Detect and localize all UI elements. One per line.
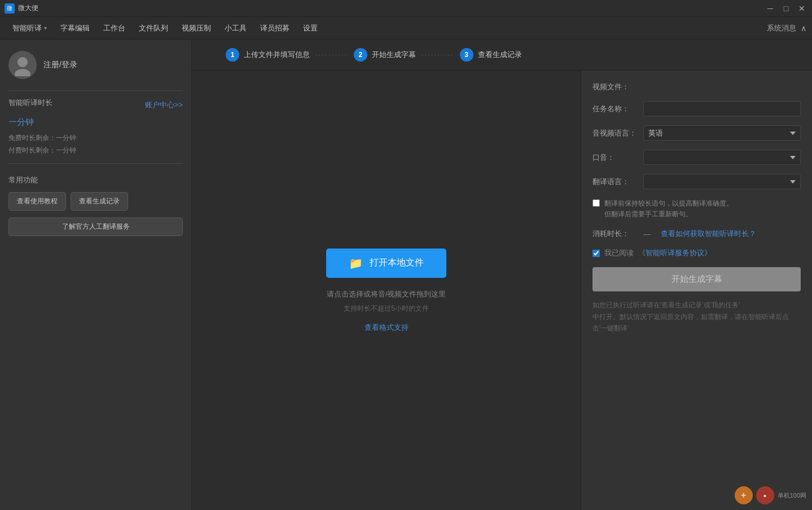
agree-checkbox[interactable]: [592, 250, 600, 257]
menu-item-workbench[interactable]: 工作台: [96, 20, 132, 37]
title-bar: 微 微大便 ─ □ ✕: [0, 0, 812, 17]
sidebar: 注册/登录 智能听译时长 账户中心>> 一分钟 免费时长剩余：一分钟 付费时长剩…: [0, 40, 192, 510]
translate-select[interactable]: [643, 174, 801, 189]
generate-button[interactable]: 开始生成字幕: [592, 267, 801, 291]
view-records-button[interactable]: 查看生成记录: [71, 192, 128, 211]
consume-row: 消耗时长： — 查看如何获取智能听译时长？: [592, 229, 801, 239]
menu-item-subtitle-edit[interactable]: 字幕编辑: [54, 20, 96, 37]
main-layout: 注册/登录 智能听译时长 账户中心>> 一分钟 免费时长剩余：一分钟 付费时长剩…: [0, 40, 812, 510]
view-tutorial-button[interactable]: 查看使用教程: [8, 192, 66, 211]
upload-hint: 请点击选择或将音/视频文件拖到这里: [327, 289, 446, 299]
sentence-checkbox-text: 翻译前保持较长语句，以提高翻译准确度。 但翻译后需要手工重新断句。: [604, 198, 733, 220]
functions-title: 常用功能: [8, 175, 183, 185]
agree-link[interactable]: 《智能听译服务协议》: [638, 248, 712, 258]
settings-panel: 视频文件： 任务名称： 音视频语言： 英语 口音：: [581, 71, 812, 510]
system-message-label: 系统消息: [767, 23, 796, 33]
app-title: 微大便: [18, 3, 38, 13]
step-dots-2: ··········: [422, 52, 454, 58]
duration-value: 一分钟: [8, 117, 183, 128]
language-row: 音视频语言： 英语: [592, 125, 801, 141]
translate-label: 翻译语言：: [592, 177, 638, 187]
main-split: 📁 打开本地文件 请点击选择或将音/视频文件拖到这里 支持时长不超过5小时的文件…: [192, 71, 812, 510]
account-center-link[interactable]: 账户中心>>: [145, 100, 183, 110]
step-1-label: 上传文件并填写信息: [244, 50, 310, 60]
paid-duration: 付费时长剩余：一分钟: [8, 145, 183, 157]
upload-area: 📁 打开本地文件 请点击选择或将音/视频文件拖到这里 支持时长不超过5小时的文件…: [192, 71, 581, 510]
functions-section: 常用功能 查看使用教程 查看生成记录 了解官方人工翻译服务: [8, 175, 183, 236]
video-file-label: 视频文件：: [592, 82, 638, 92]
menu-bar: 智能听译 ▾ 字幕编辑 工作台 文件队列 视频压制 小工具 译员招募 设置 系统…: [0, 17, 812, 40]
menu-item-video-compress[interactable]: 视频压制: [175, 20, 218, 37]
consume-link[interactable]: 查看如何获取智能听译时长？: [661, 229, 756, 239]
menu-item-settings[interactable]: 设置: [296, 20, 324, 37]
maximize-button[interactable]: □: [780, 3, 792, 14]
open-file-button[interactable]: 📁 打开本地文件: [326, 249, 446, 278]
watermark: + ● 单机100网: [735, 486, 806, 504]
step-3-label: 查看生成记录: [478, 50, 522, 60]
consume-label: 消耗时长：: [592, 229, 638, 239]
agree-row: 我已阅读 《智能听译服务协议》: [592, 248, 801, 258]
format-link[interactable]: 查看格式支持: [365, 322, 409, 333]
collapse-button[interactable]: ∧: [801, 24, 806, 33]
menu-item-file-queue[interactable]: 文件队列: [132, 20, 175, 37]
divider-1: [8, 90, 183, 91]
steps-bar: 1 上传文件并填写信息 ·········· 2 开始生成字幕 ········…: [192, 40, 812, 71]
login-text[interactable]: 注册/登录: [43, 60, 77, 70]
step-3-circle: 3: [460, 48, 473, 62]
video-file-row: 视频文件：: [592, 82, 801, 92]
consume-value: —: [643, 230, 651, 238]
task-name-row: 任务名称：: [592, 101, 801, 116]
user-section: 注册/登录: [8, 51, 183, 79]
menu-bar-right: 系统消息 ∧: [767, 23, 806, 33]
minimize-button[interactable]: ─: [765, 3, 776, 14]
step-3: 3 查看生成记录: [460, 48, 522, 62]
step-1-circle: 1: [226, 48, 239, 62]
note-text: 如您已执行过听译请在'查看生成记录'或'我的任务' 中打开。默认情况下返回原文内…: [592, 299, 801, 334]
step-2-circle: 2: [354, 48, 367, 62]
step-dots-1: ··········: [315, 52, 348, 58]
task-name-input[interactable]: [643, 101, 801, 116]
window-controls: ─ □ ✕: [765, 3, 807, 14]
svg-point-1: [15, 69, 30, 76]
translate-row: 翻译语言：: [592, 174, 801, 189]
svg-point-0: [17, 57, 28, 67]
language-select[interactable]: 英语: [643, 125, 801, 141]
upload-support: 支持时长不超过5小时的文件: [344, 304, 429, 313]
duration-section-title: 智能听译时长: [8, 98, 52, 108]
accent-label: 口音：: [592, 152, 638, 163]
avatar: [8, 51, 37, 79]
accent-select[interactable]: [643, 150, 801, 165]
watermark-text: 单机100网: [778, 491, 806, 500]
task-name-label: 任务名称：: [592, 104, 638, 114]
step-2-label: 开始生成字幕: [372, 50, 416, 60]
menu-item-recruit[interactable]: 译员招募: [253, 20, 296, 37]
free-duration: 免费时长剩余：一分钟: [8, 132, 183, 145]
agree-text: 我已阅读: [604, 248, 634, 258]
watermark-icon-circle: ●: [756, 486, 774, 504]
close-button[interactable]: ✕: [796, 3, 807, 14]
watermark-icon-plus: +: [735, 486, 753, 504]
functions-grid: 查看使用教程 查看生成记录 了解官方人工翻译服务: [8, 192, 183, 236]
menu-item-tools[interactable]: 小工具: [218, 20, 253, 37]
menu-item-intelligent-translation[interactable]: 智能听译 ▾: [6, 20, 54, 37]
folder-icon: 📁: [349, 256, 363, 270]
language-label: 音视频语言：: [592, 128, 638, 138]
sentence-checkbox-row: 翻译前保持较长语句，以提高翻译准确度。 但翻译后需要手工重新断句。: [592, 198, 801, 220]
accent-row: 口音：: [592, 150, 801, 165]
app-icon: 微: [5, 3, 15, 14]
chevron-down-icon: ▾: [44, 25, 47, 31]
step-1: 1 上传文件并填写信息: [226, 48, 310, 62]
divider-2: [8, 163, 183, 164]
sentence-checkbox[interactable]: [592, 199, 600, 207]
step-2: 2 开始生成字幕: [354, 48, 416, 62]
content-area: 1 上传文件并填写信息 ·········· 2 开始生成字幕 ········…: [192, 40, 812, 510]
official-translation-button[interactable]: 了解官方人工翻译服务: [8, 217, 183, 236]
